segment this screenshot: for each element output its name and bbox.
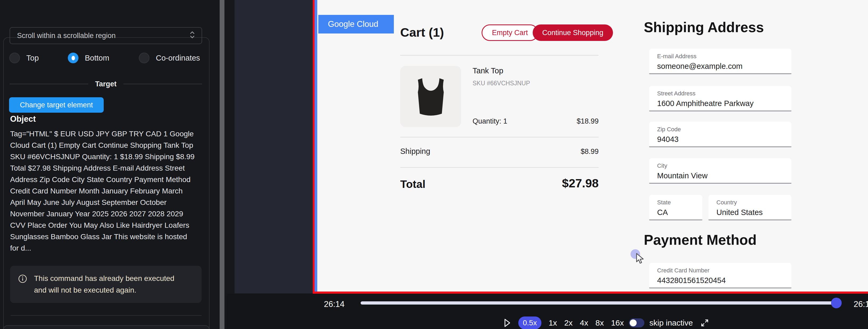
cart-title: Cart (1) bbox=[400, 25, 444, 40]
state-field[interactable]: State CA bbox=[649, 195, 702, 220]
country-field[interactable]: Country United States bbox=[708, 195, 792, 220]
radio-top-label: Top bbox=[26, 54, 39, 62]
viewport-highlight-bottom bbox=[313, 292, 868, 294]
site-badge-label: Google Cloud bbox=[328, 20, 378, 29]
play-icon[interactable] bbox=[503, 318, 511, 328]
country-field-label: Country bbox=[716, 199, 785, 206]
street-field-value: 1600 Amphitheatre Parkway bbox=[657, 99, 785, 108]
object-heading: Object bbox=[10, 114, 36, 124]
speed-16x-button[interactable]: 16x bbox=[611, 318, 624, 327]
change-target-button[interactable]: Change target element bbox=[9, 97, 104, 113]
target-section-divider: Target bbox=[9, 79, 202, 89]
sidebar-divider bbox=[11, 315, 202, 316]
credit-card-label: Credit Card Number bbox=[657, 267, 785, 274]
command-type-select[interactable]: Scroll within a scrollable region bbox=[9, 27, 202, 44]
cursor-icon bbox=[634, 253, 645, 266]
radio-top[interactable]: Top bbox=[9, 53, 39, 63]
product-price: $18.99 bbox=[577, 117, 599, 125]
replay-viewer: Scroll within a scrollable region Top Bo… bbox=[0, 0, 868, 329]
product-sku: SKU #66VCHSJNUP bbox=[472, 80, 530, 87]
speed-1x-button[interactable]: 1x bbox=[549, 318, 557, 327]
stage-background-panel bbox=[235, 0, 313, 293]
state-field-value: CA bbox=[657, 208, 696, 217]
replayed-page: Google Cloud Cart (1) Empty Cart Continu… bbox=[317, 0, 868, 293]
continue-shopping-button[interactable]: Continue Shopping bbox=[533, 25, 613, 41]
fullscreen-expand-icon[interactable] bbox=[700, 318, 710, 328]
command-type-value: Scroll within a scrollable region bbox=[17, 32, 188, 40]
credit-card-field[interactable]: Credit Card Number 4432801561520454 bbox=[649, 263, 792, 288]
speed-0.5x-button[interactable]: 0.5x bbox=[518, 317, 541, 329]
viewport-highlight-left bbox=[313, 0, 315, 293]
cart-divider bbox=[400, 167, 599, 168]
credit-card-value: 4432801561520454 bbox=[657, 276, 785, 285]
shipping-address-heading: Shipping Address bbox=[644, 19, 764, 35]
total-price: $27.98 bbox=[562, 176, 599, 190]
total-label: Total bbox=[400, 178, 426, 191]
radio-coordinates-circle[interactable] bbox=[139, 53, 150, 63]
object-text: Tag="HTML" $ EUR USD JPY GBP TRY CAD 1 G… bbox=[10, 128, 198, 254]
speed-2x-button[interactable]: 2x bbox=[564, 318, 573, 327]
cart-divider bbox=[400, 137, 599, 137]
target-section-label: Target bbox=[95, 80, 117, 88]
street-field-label: Street Address bbox=[657, 90, 785, 97]
sidebar-scrollbar[interactable] bbox=[220, 0, 224, 329]
info-box: This command has already been executed a… bbox=[10, 266, 202, 303]
site-badge: Google Cloud bbox=[318, 15, 394, 33]
product-quantity: Quantity: 1 bbox=[472, 117, 507, 125]
product-name: Tank Top bbox=[472, 66, 503, 75]
payment-method-heading: Payment Method bbox=[644, 232, 756, 248]
target-highlight-line bbox=[315, 0, 317, 293]
skip-inactive-label: skip inactive bbox=[649, 318, 693, 327]
seek-handle[interactable] bbox=[831, 298, 842, 308]
email-field[interactable]: E-mail Address someone@example.com bbox=[649, 48, 792, 74]
end-time: 26:1 bbox=[854, 299, 868, 309]
divider-line bbox=[123, 84, 202, 84]
speed-8x-button[interactable]: 8x bbox=[595, 318, 604, 327]
player-bar: 26:14 26:1 0.5x 1x 2x 4x 8x 16x skip ina… bbox=[226, 294, 868, 329]
radio-bottom-circle[interactable] bbox=[68, 53, 79, 63]
divider-line bbox=[9, 84, 88, 84]
command-sidebar: Scroll within a scrollable region Top Bo… bbox=[0, 0, 226, 329]
email-field-value: someone@example.com bbox=[657, 62, 785, 71]
tank-top-image bbox=[400, 66, 461, 127]
zip-field-value: 94043 bbox=[657, 135, 785, 144]
next-command-card bbox=[3, 325, 210, 329]
city-field-value: Mountain View bbox=[657, 171, 785, 180]
empty-cart-button[interactable]: Empty Cart bbox=[482, 25, 538, 41]
info-icon bbox=[18, 274, 27, 296]
radio-coordinates-label: Co-ordinates bbox=[156, 54, 200, 62]
email-field-label: E-mail Address bbox=[657, 53, 785, 60]
cart-divider bbox=[400, 55, 599, 56]
select-chevron-icon bbox=[188, 30, 196, 41]
state-field-label: State bbox=[657, 199, 696, 206]
radio-coordinates[interactable]: Co-ordinates bbox=[139, 53, 200, 63]
player-controls: 0.5x 1x 2x 4x 8x 16x skip inactive bbox=[503, 316, 710, 329]
zip-code-field[interactable]: Zip Code 94043 bbox=[649, 122, 792, 147]
radio-bottom-label: Bottom bbox=[85, 54, 109, 62]
radio-bottom[interactable]: Bottom bbox=[68, 53, 109, 63]
street-address-field[interactable]: Street Address 1600 Amphitheatre Parkway bbox=[649, 86, 792, 111]
speed-4x-button[interactable]: 4x bbox=[580, 318, 588, 327]
seek-bar[interactable] bbox=[361, 301, 835, 304]
shipping-cost: $8.99 bbox=[581, 147, 599, 156]
zip-field-label: Zip Code bbox=[657, 126, 785, 133]
toggle-knob[interactable] bbox=[630, 320, 637, 326]
radio-top-circle[interactable] bbox=[9, 53, 20, 63]
country-field-value: United States bbox=[716, 208, 785, 217]
skip-inactive-toggle[interactable] bbox=[629, 318, 644, 327]
info-message: This command has already been executed a… bbox=[34, 273, 183, 296]
shipping-cost-label: Shipping bbox=[400, 147, 430, 156]
city-field[interactable]: City Mountain View bbox=[649, 158, 792, 184]
city-field-label: City bbox=[657, 162, 785, 169]
current-time: 26:14 bbox=[324, 299, 345, 309]
